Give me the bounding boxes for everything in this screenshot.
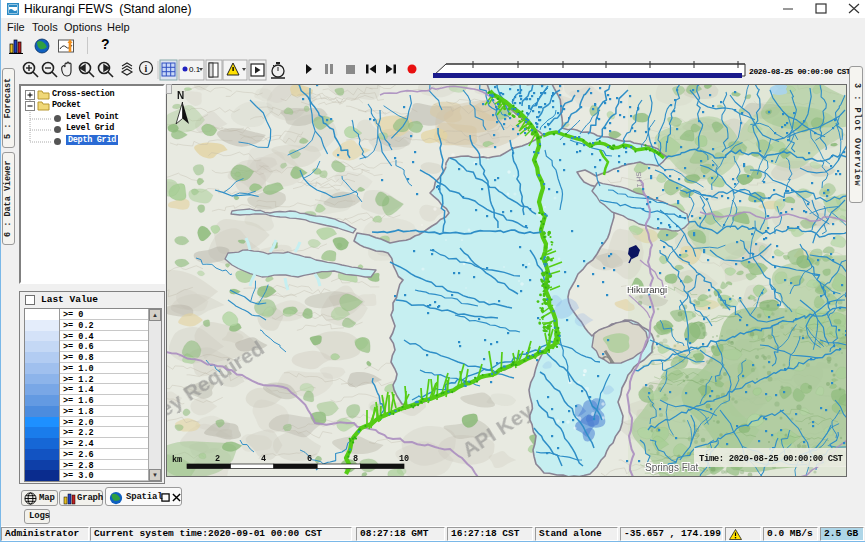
svg-text:i: i <box>145 63 148 74</box>
svg-text:km: km <box>172 455 182 465</box>
svg-text:6: 6 <box>307 454 312 464</box>
svg-text:8: 8 <box>353 454 358 464</box>
svg-text:N: N <box>177 90 184 101</box>
svg-text:4: 4 <box>261 454 266 464</box>
svg-text:0.1: 0.1 <box>189 65 201 74</box>
svg-text:SH 1: SH 1 <box>635 171 643 187</box>
svg-text:Time: 2020-08-25 00:00:00 CST: Time: 2020-08-25 00:00:00 CST <box>699 454 844 464</box>
svg-text:Hikurangi: Hikurangi <box>627 284 667 295</box>
svg-text:Springs Flat: Springs Flat <box>645 462 699 473</box>
svg-text:10: 10 <box>399 454 409 464</box>
svg-text:2: 2 <box>215 454 220 464</box>
